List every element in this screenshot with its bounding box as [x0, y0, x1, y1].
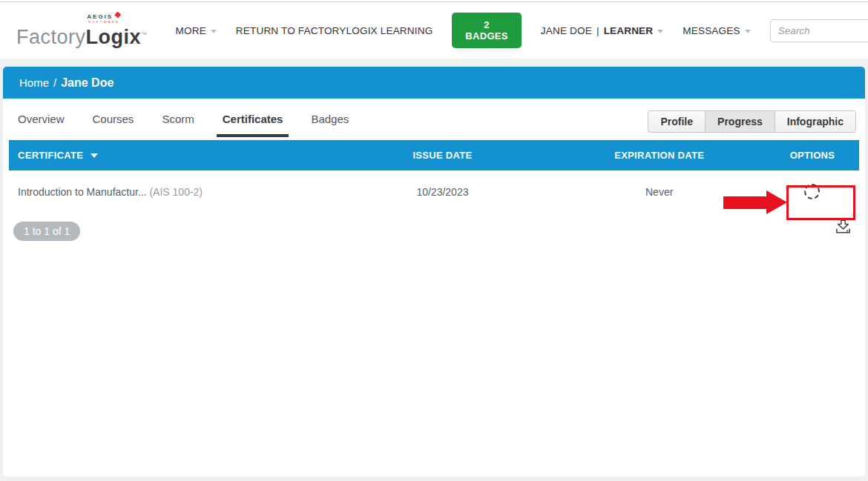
table-row: Introduction to Manufactur... (AIS 100-2… — [9, 170, 859, 213]
table-header: CERTIFICATE ISSUE DATE EXPIRATION DATE O… — [9, 140, 859, 170]
view-switcher: Profile Progress Infographic — [648, 110, 856, 133]
user-divider: | — [596, 25, 599, 36]
trademark-symbol: ™ — [141, 31, 148, 38]
tab-courses[interactable]: Courses — [93, 113, 134, 137]
pagination-badge: 1 to 1 of 1 — [13, 222, 80, 241]
column-header-certificate[interactable]: CERTIFICATE — [9, 150, 332, 161]
aegis-diamond-icon — [114, 12, 121, 19]
aegis-wordmark: AEGIS — [87, 13, 113, 20]
tab-certificates[interactable]: Certificates — [223, 113, 283, 137]
table-footer: 1 to 1 of 1 — [3, 213, 865, 241]
messages-label: MESSAGES — [683, 25, 740, 36]
badges-button[interactable]: 2 BADGES — [452, 13, 521, 48]
tab-bar: Overview Courses Scorm Certificates Badg… — [9, 113, 349, 137]
content-card: Home / Jane Doe Overview Courses Scorm C… — [3, 67, 865, 477]
breadcrumb-current: Jane Doe — [61, 76, 114, 90]
certificate-column-label: CERTIFICATE — [18, 150, 83, 161]
breadcrumb-separator: / — [53, 76, 56, 89]
header-nav: MORE RETURN TO FACTORYLOGIX LEARNING 2 B… — [176, 13, 868, 48]
user-role: LEARNER — [604, 25, 654, 36]
certificate-name: Introduction to Manufactur... — [18, 186, 147, 198]
expiration-date-cell: Never — [553, 186, 766, 198]
brand-wordmark: FactoryLogix™ — [16, 24, 148, 48]
brand-logix: Logix — [86, 26, 142, 48]
sort-desc-icon — [91, 153, 98, 158]
factorylogix-logo[interactable]: AEGIS SOFTWARE FactoryLogix™ — [16, 13, 148, 48]
user-menu[interactable]: JANE DOE | LEARNER — [541, 25, 664, 36]
download-icon[interactable] — [835, 219, 852, 238]
tab-badges[interactable]: Badges — [311, 113, 349, 137]
more-menu[interactable]: MORE — [176, 25, 217, 36]
certificate-name-cell[interactable]: Introduction to Manufactur... (AIS 100-2… — [9, 186, 332, 198]
certificate-code: (AIS 100-2) — [149, 186, 203, 198]
column-header-options: OPTIONS — [766, 150, 859, 161]
tabs-row: Overview Courses Scorm Certificates Badg… — [3, 99, 865, 140]
column-header-expiration-date[interactable]: EXPIRATION DATE — [553, 150, 766, 161]
more-menu-label: MORE — [176, 25, 206, 36]
user-name: JANE DOE — [541, 25, 592, 36]
loading-spinner-icon[interactable] — [804, 184, 820, 199]
options-cell — [766, 184, 859, 199]
profile-button[interactable]: Profile — [648, 110, 705, 133]
issue-date-cell: 10/23/2023 — [332, 186, 553, 198]
messages-menu[interactable]: MESSAGES — [683, 25, 750, 36]
breadcrumb: Home / Jane Doe — [3, 67, 865, 99]
breadcrumb-home-link[interactable]: Home — [19, 76, 49, 89]
app-header: AEGIS SOFTWARE FactoryLogix™ MORE RETURN… — [0, 2, 868, 59]
tab-scorm[interactable]: Scorm — [162, 113, 194, 137]
infographic-button[interactable]: Infographic — [775, 110, 856, 133]
return-to-learning-link[interactable]: RETURN TO FACTORYLOGIX LEARNING — [236, 25, 433, 36]
certificates-table: CERTIFICATE ISSUE DATE EXPIRATION DATE O… — [9, 140, 859, 213]
chevron-down-icon — [657, 30, 663, 33]
chevron-down-icon — [211, 30, 217, 33]
tab-overview[interactable]: Overview — [18, 113, 65, 137]
search-input[interactable] — [770, 19, 868, 42]
brand-factory: Factory — [16, 26, 86, 48]
chevron-down-icon — [745, 30, 751, 33]
progress-button[interactable]: Progress — [705, 110, 775, 133]
column-header-issue-date[interactable]: ISSUE DATE — [332, 150, 553, 161]
